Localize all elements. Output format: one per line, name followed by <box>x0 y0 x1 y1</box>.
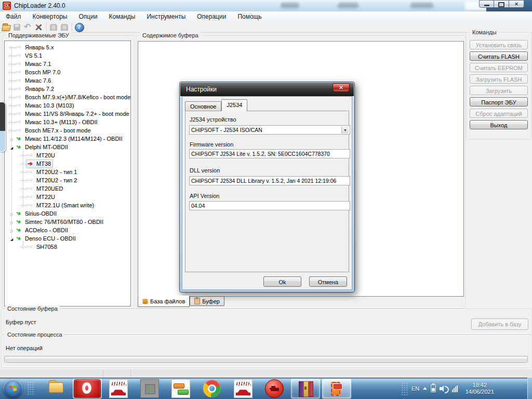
help-button[interactable] <box>74 22 85 32</box>
tools-button[interactable] <box>34 22 45 32</box>
tree-item-row[interactable]: Bosch ME7.x - boot mode <box>15 126 93 135</box>
tree-item-row[interactable]: Январь 7.2 <box>15 85 56 94</box>
taskbar-item-chiploader[interactable] <box>322 379 351 398</box>
taskbar-item-chrome[interactable] <box>197 379 227 398</box>
tree-expander-icon[interactable] <box>9 102 15 109</box>
taskbar-item-car-tuner[interactable] <box>104 379 133 398</box>
tree-expander-icon[interactable] <box>20 244 26 250</box>
tree-item[interactable]: Bosch MP 7.0 <box>5 68 130 76</box>
language-indicator[interactable]: EN <box>411 385 419 392</box>
taskbar-item-engine[interactable] <box>260 379 289 398</box>
menu-file[interactable]: Файл <box>0 11 27 22</box>
tree-item-row[interactable]: MT22.1U (Smart write) <box>26 201 96 210</box>
chip-read-button[interactable] <box>48 22 59 32</box>
tree-expander-icon[interactable] <box>20 185 26 192</box>
tree-expander-icon[interactable] <box>20 161 26 167</box>
tree-item[interactable]: MT38 <box>5 159 130 168</box>
tree-item[interactable]: MT20UED <box>5 184 130 193</box>
tree-item-row[interactable]: SH7058 <box>26 243 59 251</box>
taskbar-item-winrar[interactable] <box>291 379 320 398</box>
menu-help[interactable]: Помощь <box>232 11 267 22</box>
menu-converters[interactable]: Конверторы <box>27 11 73 22</box>
tree-item[interactable]: Denso ECU - OBDII <box>5 234 130 243</box>
exit-button[interactable]: Выход <box>470 120 528 129</box>
tree-item-row[interactable]: Микас 7.1 <box>15 60 53 69</box>
ecu-passport-button[interactable]: Паспорт ЭБУ <box>470 97 528 107</box>
tree-item-row[interactable]: Микас 11/VS 8/Январь 7.2+ - boot mode <box>15 110 131 118</box>
tree-expander-icon[interactable] <box>9 235 15 242</box>
taskbar-item-explorer[interactable] <box>42 379 71 398</box>
menu-operations[interactable]: Операции <box>191 11 232 22</box>
firmware-field[interactable]: CHIPSOFT J2534 Lite v. 1.5.2, SN: 5E0CC1… <box>189 149 350 158</box>
tree-expander-icon[interactable] <box>20 194 26 200</box>
side-panel-handle[interactable] <box>0 102 6 152</box>
tree-item[interactable]: Bosch M7.9.x(+)/M7.8/Kefico - boot mode <box>5 93 130 101</box>
tree-expander-icon[interactable] <box>9 219 15 225</box>
tree-item-row[interactable]: VS 5.1 <box>15 51 44 60</box>
tree-expander-icon[interactable] <box>9 52 15 59</box>
tree-expander-icon[interactable] <box>20 169 26 175</box>
tree-item[interactable]: Delphi MT-OBDII <box>5 143 130 151</box>
tree-item-row[interactable]: Микас 10.3+ (M113) - OBDII <box>15 118 100 127</box>
tree-expander-icon[interactable] <box>9 227 15 233</box>
tree-expander-icon[interactable] <box>9 69 15 75</box>
api-field[interactable]: 04.04 <box>189 201 350 210</box>
read-eeprom-button[interactable]: Считать EEPROM <box>470 63 528 72</box>
tree-item[interactable]: SH7058 <box>5 243 130 251</box>
tree-item[interactable]: Bosch ME7.x - boot mode <box>5 126 130 135</box>
tree-item[interactable]: MT20U2 - тип 2 <box>5 176 130 184</box>
tree-item[interactable]: Микас 10.3 (M103) <box>5 101 130 110</box>
tree-item[interactable]: Sirius-OBDII <box>5 209 130 218</box>
read-flash-button[interactable]: Считать FLASH <box>470 51 528 61</box>
open-folder-button[interactable] <box>1 22 12 32</box>
taskbar-item-opera[interactable] <box>73 379 102 398</box>
tree-item-row[interactable]: MT20U2 - тип 1 <box>26 168 79 177</box>
tree-expander-icon[interactable] <box>9 86 15 92</box>
dialog-tab-j2534[interactable]: J2534 <box>221 99 247 111</box>
tree-item-row[interactable]: MT20U <box>26 151 57 160</box>
network-signal-icon[interactable] <box>452 385 458 392</box>
load-eeprom-button[interactable]: Загрузить EEPROM <box>470 86 528 95</box>
tree-expander-icon[interactable] <box>9 144 15 150</box>
show-desktop-button[interactable] <box>527 378 532 399</box>
tree-expander-icon[interactable] <box>9 136 15 142</box>
tree-item-row[interactable]: ACDelco - OBDII <box>15 226 70 235</box>
tree-item[interactable]: Микас 11.4/12.3 (M114/M124) - OBDII <box>5 135 130 143</box>
chip-write-button[interactable] <box>59 22 70 32</box>
tree-item[interactable]: MT22.1U (Smart write) <box>5 201 130 209</box>
tree-item-row[interactable]: MT22U <box>26 193 57 202</box>
j2534-device-select[interactable]: CHIPSOFT - J2534 ISO/CAN <box>189 125 350 135</box>
tree-expander-icon[interactable] <box>9 111 15 117</box>
tree-expander-icon[interactable] <box>9 127 15 134</box>
tree-item-row[interactable]: Simtec 76/MT60/MT80 - OBDII <box>15 218 105 227</box>
ok-button[interactable]: Ok <box>263 276 301 287</box>
tree-item-row[interactable]: Bosch M7.9.x(+)/M7.8/Kefico - boot mode <box>15 93 131 102</box>
dialog-close-button[interactable] <box>332 83 350 92</box>
clock[interactable]: 18:42 14/06/2021 <box>461 382 498 395</box>
tree-item-row[interactable]: Sirius-OBDII <box>15 209 59 218</box>
menu-instruments[interactable]: Инструменты <box>141 11 191 22</box>
cancel-button[interactable]: Отмена <box>309 276 347 287</box>
tree-expander-icon[interactable] <box>9 77 15 84</box>
menu-options[interactable]: Опции <box>73 11 103 22</box>
tree-item[interactable]: Январь 5.x <box>5 43 130 51</box>
tree-expander-icon[interactable] <box>9 94 15 100</box>
tree-item[interactable]: Микас 7.1 <box>5 60 130 68</box>
tree-item[interactable]: Микас 11/VS 8/Январь 7.2+ - boot mode <box>5 110 130 118</box>
menu-commands[interactable]: Команды <box>103 11 141 22</box>
tree-item[interactable]: Simtec 76/MT60/MT80 - OBDII <box>5 218 130 226</box>
tree-expander-icon[interactable] <box>20 152 26 158</box>
tree-item-row[interactable]: MT38 <box>26 159 53 168</box>
save-button[interactable] <box>12 22 23 32</box>
tree-expander-icon[interactable] <box>9 119 15 125</box>
tree-expander-icon[interactable] <box>20 177 26 183</box>
taskbar-item-car-tuner-2[interactable] <box>229 379 258 398</box>
dialog-tab-general[interactable]: Основное <box>185 101 221 111</box>
tree-item-row[interactable]: MT20U2 - тип 2 <box>26 176 79 185</box>
minimize-button[interactable] <box>479 0 494 8</box>
add-to-database-button[interactable]: Добавить в базу <box>471 318 528 330</box>
dll-field[interactable]: CHIPSOFT J2534 DLL Library v. 1.5.2, Jan… <box>189 176 350 185</box>
tree-item[interactable]: MT20U <box>5 151 130 159</box>
tree-item[interactable]: Микас 10.3+ (M113) - OBDII <box>5 118 130 126</box>
load-flash-button[interactable]: Загрузить FLASH <box>470 74 528 84</box>
